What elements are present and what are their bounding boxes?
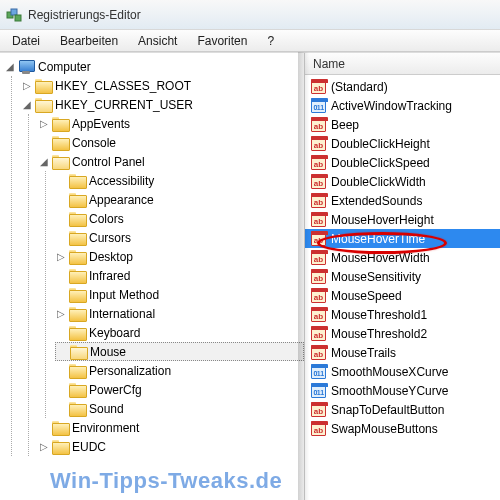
expand-icon[interactable]: ▷ bbox=[38, 118, 50, 130]
tree-node-computer[interactable]: ◢ Computer bbox=[4, 57, 304, 76]
tree-pane[interactable]: ◢ Computer ▷ HKEY_CLASSES_ROOT ◢ HKEY_CU… bbox=[0, 53, 305, 500]
tree-node-mouse[interactable]: Mouse bbox=[55, 342, 304, 361]
list-item[interactable]: 011ActiveWindowTracking bbox=[305, 96, 500, 115]
folder-icon bbox=[52, 421, 68, 434]
list-item[interactable]: 011SmoothMouseXCurve bbox=[305, 362, 500, 381]
list-item[interactable]: abDoubleClickSpeed bbox=[305, 153, 500, 172]
folder-icon bbox=[69, 250, 85, 263]
folder-icon bbox=[69, 307, 85, 320]
reg-string-icon: ab bbox=[311, 402, 326, 417]
list-item-label: ActiveWindowTracking bbox=[331, 99, 452, 113]
tree-node-international[interactable]: ▷International bbox=[55, 304, 304, 323]
list-item-label: MouseThreshold1 bbox=[331, 308, 427, 322]
reg-string-icon: ab bbox=[311, 269, 326, 284]
list-item[interactable]: abExtendedSounds bbox=[305, 191, 500, 210]
tree-label: EUDC bbox=[72, 440, 106, 454]
column-name[interactable]: Name bbox=[305, 57, 353, 71]
list-item-label: MouseHoverWidth bbox=[331, 251, 430, 265]
folder-icon bbox=[69, 231, 85, 244]
folder-icon bbox=[35, 98, 51, 111]
tree-node-colors[interactable]: Colors bbox=[55, 209, 304, 228]
tree-node-keyboard[interactable]: Keyboard bbox=[55, 323, 304, 342]
expand-icon[interactable]: ▷ bbox=[38, 441, 50, 453]
list-item[interactable]: abDoubleClickWidth bbox=[305, 172, 500, 191]
folder-icon bbox=[52, 136, 68, 149]
tree-node-powercfg[interactable]: PowerCfg bbox=[55, 380, 304, 399]
list-item[interactable]: abMouseSpeed bbox=[305, 286, 500, 305]
tree-node-hkcr[interactable]: ▷ HKEY_CLASSES_ROOT bbox=[21, 76, 304, 95]
reg-string-icon: ab bbox=[311, 345, 326, 360]
tree-label: Environment bbox=[72, 421, 139, 435]
folder-icon bbox=[69, 212, 85, 225]
tree-node-eudc[interactable]: ▷ EUDC bbox=[38, 437, 304, 456]
tree-label: Console bbox=[72, 136, 116, 150]
expand-icon[interactable]: ▷ bbox=[55, 308, 67, 320]
tree-node-hkcu[interactable]: ◢ HKEY_CURRENT_USER bbox=[21, 95, 304, 114]
tree-node-accessibility[interactable]: Accessibility bbox=[55, 171, 304, 190]
tree-node-appevents[interactable]: ▷ AppEvents bbox=[38, 114, 304, 133]
svg-rect-2 bbox=[15, 15, 21, 21]
tree-node-controlpanel[interactable]: ◢ Control Panel bbox=[38, 152, 304, 171]
reg-string-icon: ab bbox=[311, 136, 326, 151]
list-item[interactable]: abMouseThreshold2 bbox=[305, 324, 500, 343]
tree-node-appearance[interactable]: Appearance bbox=[55, 190, 304, 209]
folder-icon bbox=[69, 269, 85, 282]
folder-icon bbox=[69, 326, 85, 339]
tree-label: Desktop bbox=[89, 250, 133, 264]
svg-rect-1 bbox=[11, 9, 17, 15]
list-item[interactable]: 011SmoothMouseYCurve bbox=[305, 381, 500, 400]
list-item[interactable]: ab(Standard) bbox=[305, 77, 500, 96]
collapse-icon[interactable]: ◢ bbox=[21, 99, 33, 111]
list-item-label: DoubleClickWidth bbox=[331, 175, 426, 189]
menu-view[interactable]: Ansicht bbox=[130, 32, 185, 50]
list-item[interactable]: abSnapToDefaultButton bbox=[305, 400, 500, 419]
list-item[interactable]: abBeep bbox=[305, 115, 500, 134]
content-area: ◢ Computer ▷ HKEY_CLASSES_ROOT ◢ HKEY_CU… bbox=[0, 52, 500, 500]
reg-string-icon: ab bbox=[311, 193, 326, 208]
list-item[interactable]: abSwapMouseButtons bbox=[305, 419, 500, 438]
reg-string-icon: ab bbox=[311, 212, 326, 227]
tree-label: Control Panel bbox=[72, 155, 145, 169]
tree-label: Personalization bbox=[89, 364, 171, 378]
tree-node-environment[interactable]: Environment bbox=[38, 418, 304, 437]
collapse-icon[interactable]: ◢ bbox=[4, 61, 16, 73]
list-header[interactable]: Name bbox=[305, 53, 500, 75]
reg-binary-icon: 011 bbox=[311, 364, 326, 379]
folder-icon bbox=[69, 402, 85, 415]
reg-string-icon: ab bbox=[311, 421, 326, 436]
tree-label: Computer bbox=[38, 60, 91, 74]
list-item-label: SmoothMouseYCurve bbox=[331, 384, 448, 398]
tree-node-desktop[interactable]: ▷Desktop bbox=[55, 247, 304, 266]
list-item[interactable]: abMouseThreshold1 bbox=[305, 305, 500, 324]
list-item[interactable]: abMouseSensitivity bbox=[305, 267, 500, 286]
reg-string-icon: ab bbox=[311, 307, 326, 322]
tree-node-input-method[interactable]: Input Method bbox=[55, 285, 304, 304]
tree-node-personalization[interactable]: Personalization bbox=[55, 361, 304, 380]
list-item-label: MouseHoverTime bbox=[331, 232, 425, 246]
list-body: ab(Standard)011ActiveWindowTrackingabBee… bbox=[305, 75, 500, 440]
tree-label: PowerCfg bbox=[89, 383, 142, 397]
menu-edit[interactable]: Bearbeiten bbox=[52, 32, 126, 50]
list-item[interactable]: abMouseHoverHeight bbox=[305, 210, 500, 229]
expand-icon[interactable]: ▷ bbox=[21, 80, 33, 92]
list-item-label: SmoothMouseXCurve bbox=[331, 365, 448, 379]
collapse-icon[interactable]: ◢ bbox=[38, 156, 50, 168]
tree-node-cursors[interactable]: Cursors bbox=[55, 228, 304, 247]
list-item[interactable]: abMouseTrails bbox=[305, 343, 500, 362]
menu-file[interactable]: Datei bbox=[4, 32, 48, 50]
folder-icon bbox=[70, 345, 86, 358]
menu-help[interactable]: ? bbox=[259, 32, 282, 50]
tree-node-sound[interactable]: Sound bbox=[55, 399, 304, 418]
regedit-icon bbox=[6, 7, 22, 23]
tree-node-infrared[interactable]: Infrared bbox=[55, 266, 304, 285]
tree-node-console[interactable]: Console bbox=[38, 133, 304, 152]
computer-icon bbox=[18, 60, 34, 74]
reg-string-icon: ab bbox=[311, 250, 326, 265]
list-item[interactable]: abDoubleClickHeight bbox=[305, 134, 500, 153]
folder-icon bbox=[52, 440, 68, 453]
menu-favorites[interactable]: Favoriten bbox=[189, 32, 255, 50]
list-item[interactable]: abMouseHoverTime bbox=[305, 229, 500, 248]
folder-icon bbox=[52, 155, 68, 168]
list-item[interactable]: abMouseHoverWidth bbox=[305, 248, 500, 267]
expand-icon[interactable]: ▷ bbox=[55, 251, 67, 263]
